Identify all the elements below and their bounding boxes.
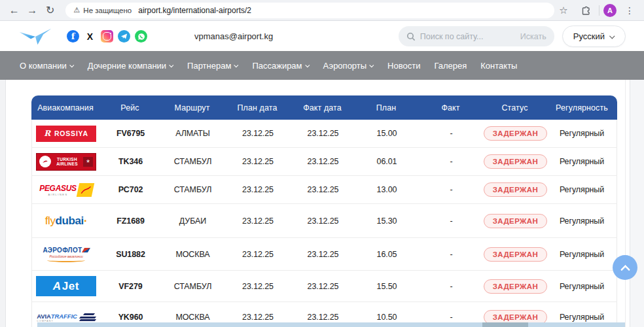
nav-item-airports[interactable]: Аэропорты (323, 61, 374, 71)
search-submit-button[interactable]: Искать (520, 32, 546, 41)
column-header-plan-date: План дата (224, 95, 291, 120)
status-cell: ЗАДЕРЖАН (484, 271, 547, 301)
plan-time: 13.00 (355, 176, 419, 203)
plan-time: 16.05 (355, 238, 419, 270)
regularity: Регулярный (547, 204, 617, 237)
address-bar[interactable]: ⚠ Не защищено airport.kg/international-a… (65, 3, 554, 18)
status-cell: ЗАДЕРЖАН (484, 120, 547, 147)
scroll-to-top-button[interactable] (613, 255, 637, 280)
plan-time: 06.01 (355, 148, 419, 175)
status-badge: ЗАДЕРЖАН (484, 247, 548, 262)
airline-cell: AJet (32, 271, 100, 301)
security-label: Не защищено (83, 7, 132, 14)
fact-date: 23.12.25 (291, 271, 355, 301)
column-header-route: Маршрут (160, 95, 224, 120)
url-text: airport.kg/international-airports/2 (138, 6, 251, 15)
profile-avatar[interactable]: A (603, 4, 617, 17)
page-content: Авиакомпания Рейс Маршрут План дата Факт… (0, 80, 644, 327)
chevron-down-icon (369, 63, 374, 67)
fact-time: - (419, 148, 484, 175)
search-input[interactable] (420, 32, 520, 41)
airline-cell: PEGASUS AIRLINES (32, 176, 100, 203)
social-icons: f X (67, 30, 147, 43)
plan-time: 15.50 (355, 271, 419, 301)
airport-logo[interactable] (18, 27, 52, 46)
nav-item-passengers[interactable]: Пассажирам (252, 61, 309, 71)
language-selector[interactable]: Русский (562, 26, 626, 47)
nav-item-contacts[interactable]: Контакты (480, 61, 517, 71)
regularity: Регулярный (547, 148, 617, 175)
x-twitter-icon[interactable]: X (84, 30, 96, 43)
search-icon (406, 32, 416, 41)
browser-toolbar: ← → ↻ ⚠ Не защищено airport.kg/internati… (0, 0, 644, 21)
browser-vertical-scrollbar[interactable] (630, 80, 644, 327)
bookmark-star-icon[interactable]: ☆ (554, 1, 573, 20)
plan-date: 23.12.25 (224, 176, 291, 203)
turkish-airlines-emblem-icon (39, 156, 51, 167)
chevron-down-icon (305, 63, 310, 67)
table-header-row: Авиакомпания Рейс Маршрут План дата Факт… (31, 95, 617, 120)
fact-time: - (419, 204, 484, 237)
status-badge: ЗАДЕРЖАН (484, 279, 548, 294)
status-badge: ЗАДЕРЖАН (484, 126, 548, 141)
nav-item-news[interactable]: Новости (387, 61, 420, 71)
main-navigation: О компании Дочерние компании Партнерам П… (0, 51, 644, 80)
horizontal-scrollbar[interactable] (37, 322, 625, 327)
pegasus-logo: PEGASUS AIRLINES (39, 183, 93, 197)
status-cell: ЗАДЕРЖАН (484, 204, 547, 237)
fact-time: - (419, 120, 484, 147)
flight-number: SU1882 (100, 238, 161, 270)
back-icon[interactable]: ← (5, 1, 23, 20)
airline-cell: R ROSSIYA (32, 120, 100, 147)
fact-date: 23.12.25 (291, 120, 355, 147)
fact-date: 23.12.25 (291, 176, 355, 203)
page-left-margin (0, 80, 6, 327)
table-row: R ROSSIYA FV6795 АЛМАТЫ 23.12.25 23.12.2… (31, 120, 617, 148)
status-badge: ЗАДЕРЖАН (484, 154, 548, 169)
not-secure-warning-icon: ⚠ (73, 6, 80, 14)
turkish-airlines-logo: TURKISHAIRLINES * (36, 153, 96, 171)
plan-date: 23.12.25 (224, 204, 291, 237)
facebook-icon[interactable]: f (67, 30, 79, 43)
column-header-regularity: Регулярность (546, 95, 617, 120)
whatsapp-icon[interactable] (135, 30, 147, 43)
nav-item-gallery[interactable]: Галерея (434, 61, 467, 71)
nav-item-partners[interactable]: Партнерам (187, 61, 238, 71)
nav-item-about[interactable]: О компании (20, 61, 74, 71)
site-search: Искать (399, 26, 554, 46)
instagram-icon[interactable] (101, 30, 113, 43)
route: ДУБАИ (161, 204, 224, 237)
route: СТАМБУЛ (161, 148, 224, 175)
flight-number: TK346 (100, 148, 161, 175)
extensions-icon[interactable] (577, 1, 595, 20)
forward-icon[interactable]: → (23, 1, 41, 20)
route: СТАМБУЛ (161, 176, 224, 203)
regularity: Регулярный (547, 120, 617, 147)
nav-item-subsidiaries[interactable]: Дочерние компании (88, 61, 173, 71)
table-row: АЭРОФЛОТ Российские авиалинии SU1882 МОС… (31, 238, 617, 271)
telegram-icon[interactable] (118, 30, 130, 43)
fact-date: 23.12.25 (291, 148, 355, 175)
airline-cell: АЭРОФЛОТ Российские авиалинии (32, 238, 100, 270)
status-cell: ЗАДЕРЖАН (484, 238, 547, 270)
flydubai-logo: flydubai· (45, 215, 87, 228)
route: АЛМАТЫ (161, 120, 224, 147)
plan-date: 23.12.25 (224, 120, 291, 147)
aeroflot-swoosh-icon (47, 258, 85, 262)
plan-time: 15.30 (355, 204, 419, 237)
fact-time: - (419, 271, 484, 301)
flight-number: VF279 (100, 271, 161, 301)
browser-menu-icon[interactable]: ⋮ (620, 1, 639, 20)
status-cell: ЗАДЕРЖАН (484, 176, 547, 203)
star-icon: * (83, 157, 93, 167)
fact-date: 23.12.25 (291, 204, 355, 237)
horizontal-scrollbar-thumb[interactable] (482, 322, 528, 327)
table-row: flydubai· FZ1689 ДУБАИ 23.12.25 23.12.25… (31, 204, 617, 238)
plan-time: 15.00 (355, 120, 419, 147)
contact-email[interactable]: vpmanas@airport.kg (194, 31, 273, 41)
reload-icon[interactable]: ↻ (41, 1, 59, 20)
table-row: AJet VF279 СТАМБУЛ 23.12.25 23.12.25 15.… (31, 271, 617, 302)
airline-cell: TURKISHAIRLINES * (32, 148, 100, 175)
flight-number: PC702 (100, 176, 161, 203)
fact-date: 23.12.25 (291, 238, 355, 270)
